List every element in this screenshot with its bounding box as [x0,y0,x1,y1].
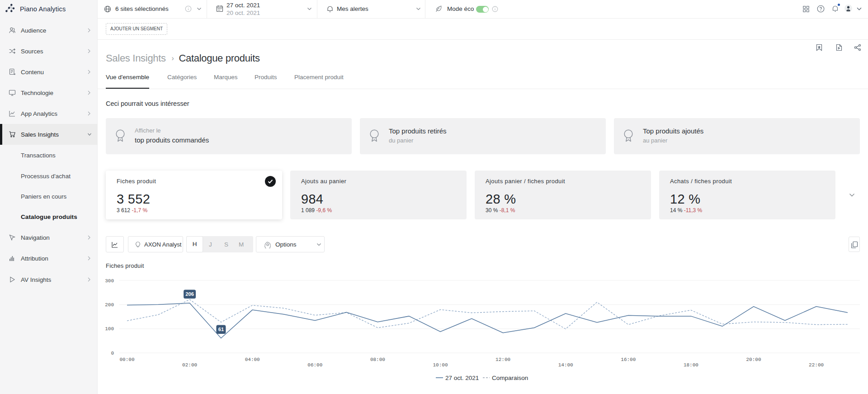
svg-text:16:00: 16:00 [621,357,636,362]
svg-text:22:00: 22:00 [809,362,824,368]
svg-text:0: 0 [111,351,114,356]
svg-text:14:00: 14:00 [558,362,573,368]
svg-text:08:00: 08:00 [370,357,385,362]
svg-text:04:00: 04:00 [245,357,260,362]
svg-text:18:00: 18:00 [684,362,698,368]
svg-text:06:00: 06:00 [307,362,322,368]
svg-text:206: 206 [185,291,194,297]
svg-text:20:00: 20:00 [746,357,761,362]
svg-text:00:00: 00:00 [119,357,134,362]
svg-text:12:00: 12:00 [495,357,510,362]
svg-text:200: 200 [105,302,114,308]
svg-text:27 oct. 2021: 27 oct. 2021 [445,375,479,381]
svg-text:Comparaison: Comparaison [492,375,528,381]
svg-text:61: 61 [218,327,224,332]
svg-text:02:00: 02:00 [182,362,197,368]
svg-text:10:00: 10:00 [433,362,448,368]
svg-text:300: 300 [105,278,114,284]
svg-text:100: 100 [105,326,114,332]
